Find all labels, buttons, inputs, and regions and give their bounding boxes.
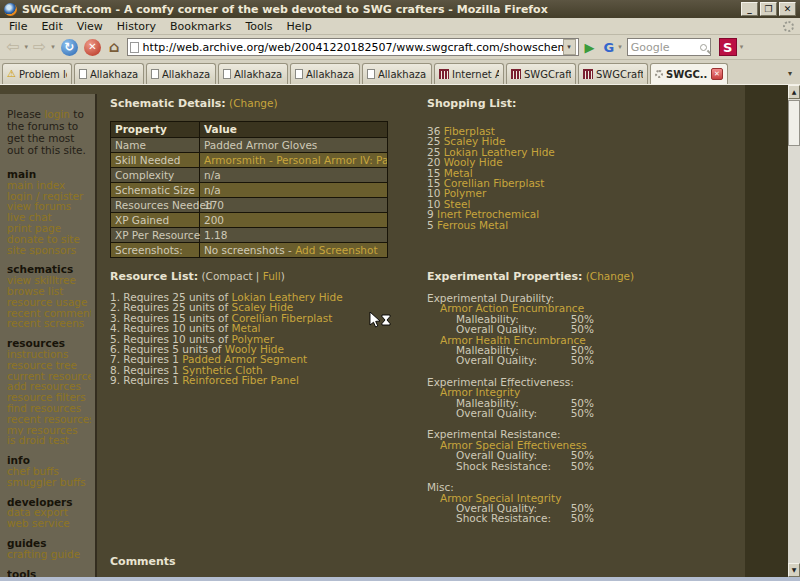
back-dropdown-icon[interactable]: ▾ (21, 43, 31, 51)
restore-button[interactable]: ❐ (760, 2, 777, 16)
active-tab[interactable]: SWGC... ✕ (650, 63, 728, 84)
property-cell: Schematic Size (111, 183, 200, 197)
sidebar-item[interactable]: login / register (7, 191, 91, 202)
table-header-row: Property Value (111, 122, 387, 138)
sidebar-item[interactable]: resource filters (7, 392, 91, 403)
menu-item[interactable]: History (110, 19, 163, 34)
sidebar-item[interactable]: donate to site (7, 234, 91, 245)
sidebar-item[interactable]: my resources (7, 425, 91, 436)
badge-dropdown-icon[interactable]: ▾ (737, 43, 747, 51)
full-view-link[interactable]: Full (263, 270, 281, 282)
sidebar-item[interactable]: resource tree (7, 360, 91, 371)
menu-item[interactable]: Edit (34, 19, 69, 34)
browser-tab[interactable]: Allakhaza... (146, 63, 216, 84)
page-icon (223, 69, 231, 79)
sidebar-item[interactable]: smuggler buffs (7, 477, 91, 488)
search-input[interactable]: Google (627, 38, 711, 56)
browser-tab[interactable]: Allakhaza... (362, 63, 432, 84)
page-icon (151, 69, 159, 79)
sidebar-item[interactable]: is droid test (7, 435, 91, 446)
table-row: XP Gained 200 (111, 213, 387, 228)
go-button[interactable]: ▶ (581, 40, 599, 55)
google-logo-icon[interactable]: G (599, 40, 616, 55)
menu-item[interactable]: Tools (238, 19, 279, 34)
sidebar-item[interactable]: browse list (7, 286, 91, 297)
sidebar-item[interactable]: chef buffs (7, 466, 91, 477)
close-button[interactable]: ✕ (779, 2, 796, 16)
sidebar-item[interactable]: web service (7, 518, 91, 529)
tab-list-dropdown-icon[interactable]: ▾ (788, 69, 798, 84)
sidebar-item[interactable]: add resources (7, 381, 91, 392)
sidebar-item[interactable]: resource usage (7, 297, 91, 308)
throbber-icon (783, 21, 794, 32)
comments-section: Comments (110, 555, 176, 568)
menu-item[interactable]: View (70, 19, 110, 34)
reload-button[interactable]: ↻ (61, 39, 78, 56)
sidebar-item[interactable]: view forums (7, 201, 91, 212)
browser-tab[interactable]: SWGCraft... (506, 63, 576, 84)
browser-tab[interactable]: Allakhaza... (290, 63, 360, 84)
search-text[interactable]: Google (631, 41, 700, 54)
value-text: No screenshots - (204, 244, 295, 256)
forward-button[interactable]: ⇨ (31, 37, 48, 57)
browser-window: SWGCraft.com - A comfy corner of the web… (0, 0, 800, 581)
browser-tab[interactable]: Internet A... (434, 63, 504, 84)
experimental-line: Overall Quality:50% (427, 408, 717, 418)
status-bar-edge (0, 577, 800, 581)
sidebar-item[interactable]: find resources (7, 403, 91, 414)
browser-tab[interactable]: Allakhaza... (74, 63, 144, 84)
scroll-up-icon[interactable]: ▲ (788, 85, 800, 99)
forward-dropdown-icon[interactable]: ▾ (48, 43, 58, 51)
sidebar-item[interactable]: recent resources (7, 414, 91, 425)
resource-link[interactable]: Reinforced Fiber Panel (182, 374, 299, 386)
browser-tab[interactable]: ⚠ Problem lo... (2, 63, 72, 84)
url-dropdown-icon[interactable]: ▾ (563, 39, 576, 55)
sidebar-item[interactable]: recent screens (7, 318, 91, 329)
menu-item[interactable]: Help (280, 19, 319, 34)
compact-view-label: Compact (206, 270, 253, 282)
stumbleupon-icon[interactable]: S (719, 38, 737, 56)
browser-tab[interactable]: Allakhaza... (218, 63, 288, 84)
schematic-details-section: Schematic Details: (Change) Property Val… (110, 97, 410, 258)
search-engine-dropdown-icon[interactable]: ▾ (615, 43, 625, 51)
tab-close-icon[interactable]: ✕ (711, 68, 723, 80)
value-link[interactable]: Add Screenshot (295, 244, 377, 256)
change-link[interactable]: (Change) (229, 97, 277, 109)
login-prompt-text: Please (7, 108, 44, 120)
page-right-margin (745, 85, 788, 577)
sidebar-item[interactable]: view skilltree (7, 275, 91, 286)
column-header: Value (200, 122, 387, 137)
sidebar-item[interactable]: instructions (7, 349, 91, 360)
sidebar-item (7, 329, 91, 338)
tab-label: Allakhaza... (162, 69, 211, 80)
sidebar-item[interactable]: main index (7, 180, 91, 191)
address-bar[interactable]: http://web.archive.org/web/2004122018250… (127, 38, 579, 56)
minimize-button[interactable]: _ (741, 2, 758, 16)
sidebar-item[interactable]: live chat (7, 212, 91, 223)
vertical-scrollbar[interactable]: ▲ ▼ (788, 85, 800, 577)
scrollbar-thumb[interactable] (788, 100, 800, 146)
sidebar-item[interactable]: site sponsors (7, 245, 91, 256)
login-link[interactable]: login (44, 108, 70, 120)
change-link[interactable]: (Change) (586, 270, 634, 282)
section-title: Experimental Properties: (427, 270, 582, 283)
sidebar-item[interactable]: current resources (7, 371, 91, 382)
scroll-down-icon[interactable]: ▼ (788, 563, 800, 577)
sidebar-item[interactable]: recent comments (7, 308, 91, 319)
menu-item[interactable]: File (2, 19, 34, 34)
home-button[interactable]: ⌂ (104, 38, 125, 56)
value-link[interactable]: Armorsmith - Personal Armor IV: Padded (204, 154, 387, 166)
sidebar-item[interactable]: print page (7, 223, 91, 234)
back-button[interactable]: ⇦ (4, 37, 21, 57)
menu-item[interactable]: Bookmarks (163, 19, 238, 34)
value-text: n/a (204, 169, 221, 181)
sidebar-item[interactable]: data export (7, 507, 91, 518)
stop-button[interactable]: ✕ (84, 39, 101, 56)
search-icon[interactable] (700, 44, 707, 51)
browser-tab[interactable]: SWGCraft... (578, 63, 648, 84)
url-text[interactable]: http://web.archive.org/web/2004122018250… (139, 41, 563, 54)
sidebar-item[interactable]: crafting guide (7, 549, 91, 560)
shopping-resource-link[interactable]: Ferrous Metal (437, 219, 508, 231)
value-cell: n/a (200, 168, 387, 182)
property-cell: XP Per Resource (111, 228, 200, 242)
